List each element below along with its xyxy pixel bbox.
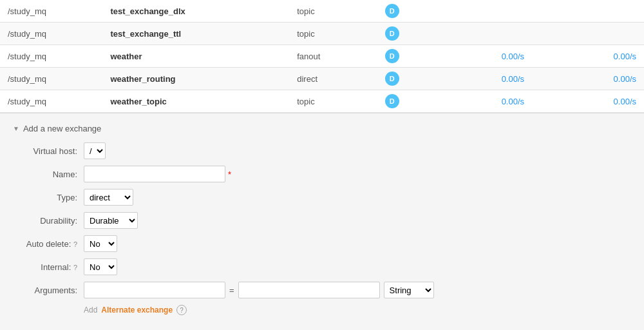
table-row[interactable]: /study_mq test_exchange_ttl topic D	[0, 23, 644, 45]
cell-features: D	[364, 45, 420, 68]
durability-label: Durability:	[13, 216, 84, 226]
cell-vhost: /study_mq	[0, 0, 102, 23]
name-label: Name:	[13, 170, 84, 179]
feature-badge: D	[385, 94, 399, 108]
internal-label: Internal: ?	[13, 262, 84, 272]
internal-row: Internal: ? NoYes	[13, 258, 631, 275]
cell-features: D	[364, 68, 420, 90]
cell-type: topic	[289, 0, 364, 23]
add-exchange-form: ▼ Add a new exchange Virtual host: / Nam…	[0, 113, 644, 330]
auto-delete-help-icon[interactable]: ?	[73, 240, 77, 248]
required-star: *	[228, 170, 231, 179]
auto-delete-label: Auto delete: ?	[13, 239, 84, 249]
cell-name: test_exchange_dlx	[102, 0, 289, 23]
type-select[interactable]: directfanouttopicheaders	[84, 189, 133, 206]
cell-features: D	[364, 90, 420, 113]
table-row[interactable]: /study_mq weather_routing direct D 0.00/…	[0, 68, 644, 90]
virtual-host-select[interactable]: /	[84, 142, 106, 159]
cell-rate1: 0.00/s	[420, 45, 532, 68]
type-label: Type:	[13, 193, 84, 202]
cell-features: D	[364, 23, 420, 45]
add-alternate-row: Add Alternate exchange ?	[13, 305, 631, 315]
arguments-label: Arguments:	[13, 286, 84, 295]
cell-rate1	[420, 23, 532, 45]
cell-type: fanout	[289, 45, 364, 68]
durability-row: Durability: DurableTransient	[13, 212, 631, 229]
alternate-exchange-help-icon[interactable]: ?	[176, 305, 187, 315]
cell-vhost: /study_mq	[0, 68, 102, 90]
auto-delete-row: Auto delete: ? NoYes	[13, 235, 631, 252]
add-link[interactable]: Add	[84, 306, 97, 315]
cell-rate2	[532, 0, 644, 23]
cell-rate2	[532, 23, 644, 45]
cell-vhost: /study_mq	[0, 45, 102, 68]
cell-name: weather_topic	[102, 90, 289, 113]
cell-rate2: 0.00/s	[532, 68, 644, 90]
table-row[interactable]: /study_mq weather fanout D 0.00/s 0.00/s	[0, 45, 644, 68]
name-input[interactable]	[84, 166, 225, 182]
cell-vhost: /study_mq	[0, 23, 102, 45]
durability-select[interactable]: DurableTransient	[84, 212, 138, 229]
type-row: Type: directfanouttopicheaders	[13, 189, 631, 206]
auto-delete-select[interactable]: NoYes	[84, 235, 117, 252]
cell-rate1	[420, 0, 532, 23]
arguments-row: Arguments: = StringNumberBoolean	[13, 282, 631, 298]
cell-name: test_exchange_ttl	[102, 23, 289, 45]
virtual-host-label: Virtual host:	[13, 146, 84, 156]
feature-badge: D	[385, 49, 399, 63]
name-row: Name: *	[13, 166, 631, 182]
arguments-value-input[interactable]	[238, 282, 380, 298]
virtual-host-row: Virtual host: /	[13, 142, 631, 159]
internal-help-icon[interactable]: ?	[73, 264, 77, 271]
cell-type: topic	[289, 90, 364, 113]
cell-vhost: /study_mq	[0, 90, 102, 113]
cell-rate2: 0.00/s	[532, 90, 644, 113]
exchanges-table: /study_mq test_exchange_dlx topic D /stu…	[0, 0, 644, 113]
cell-name: weather_routing	[102, 68, 289, 90]
feature-badge: D	[385, 4, 399, 18]
table-row[interactable]: /study_mq test_exchange_dlx topic D	[0, 0, 644, 23]
feature-badge: D	[385, 72, 399, 86]
cell-rate2: 0.00/s	[532, 45, 644, 68]
arguments-key-input[interactable]	[84, 282, 225, 298]
cell-rate1: 0.00/s	[420, 90, 532, 113]
alternate-exchange-link[interactable]: Alternate exchange	[101, 306, 173, 315]
cell-features: D	[364, 0, 420, 23]
arguments-type-select[interactable]: StringNumberBoolean	[384, 282, 434, 298]
equals-sign: =	[229, 286, 234, 295]
table-row[interactable]: /study_mq weather_topic topic D 0.00/s 0…	[0, 90, 644, 113]
internal-select[interactable]: NoYes	[84, 258, 117, 275]
cell-type: topic	[289, 23, 364, 45]
feature-badge: D	[385, 26, 399, 41]
cell-type: direct	[289, 68, 364, 90]
cell-name: weather	[102, 45, 289, 68]
section-title: Add a new exchange	[23, 124, 101, 133]
cell-rate1: 0.00/s	[420, 68, 532, 90]
collapse-triangle[interactable]: ▼	[13, 125, 19, 132]
